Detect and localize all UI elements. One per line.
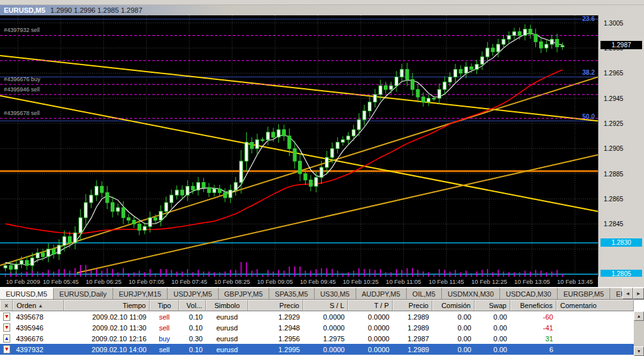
column-header-comision[interactable]: Comisión [432,300,475,311]
chart-titlebar: EURUSD,M5 1.2990 1.2996 1.2985 1.2987 [0,5,644,15]
buy-order-icon [0,334,13,343]
order-line-label: #4395946 sell [4,86,40,93]
time-tick-label: 10 Feb 07:45 [166,278,212,285]
chart-tab-audjpy-m5[interactable]: AUDJPY,M5 [356,288,407,299]
cell-precio: 1.2995 [248,346,303,353]
column-header-comentario[interactable]: Comentario [556,300,634,311]
cell-precio2: 1.2989 [393,324,432,332]
cell-swap: 0.00 [475,346,510,353]
cell-comision: 0.00 [432,335,475,343]
sell-order-icon [0,345,13,353]
time-tick-label: 10 Feb 10:25 [338,278,384,285]
scroll-up-icon[interactable]: ▲ [634,311,644,321]
scroll-down-icon[interactable]: ▼ [634,346,644,356]
time-tick-label: 10 Feb 08:25 [209,278,255,285]
tab-scroll-right-icon[interactable]: ► [633,288,644,299]
chart-tab-eurusd-m5[interactable]: EURUSD,M5 [0,288,54,299]
chart-body: #4397932 sell#4396676 buy#4395946 sell#4… [0,15,644,277]
order-row-4395678[interactable]: 43956782009.02.10 11:09sell0.10eurusd1.2… [0,311,634,322]
time-tick-label: 10 Feb 12:25 [466,278,512,285]
cell-tiempo: 2009.02.10 11:30 [64,324,150,332]
cell-simbolo: eurusd [206,313,248,321]
cell-tp: 0.0000 [348,346,393,353]
column-header-tp[interactable]: T / P [348,300,393,311]
cell-tipo: sell [150,313,179,321]
time-tick-label: 10 Feb 07:05 [123,278,169,285]
column-header-tipo[interactable]: Tipo [150,300,179,311]
column-header-precio2[interactable]: Precio [393,300,432,311]
time-tick-label: 10 Feb 13:05 [509,278,555,285]
cell-tp: 0.0000 [348,313,393,321]
sort-arrow-icon: ▲ [38,303,43,309]
cell-precio2: 1.2989 [393,346,432,353]
order-line-label: #4397932 sell [4,27,40,33]
cell-simbolo: eurusd [206,335,248,343]
chart-tab-usdmxn-m30[interactable]: USDMXN,M30 [442,288,500,299]
cell-precio2: 1.2989 [393,313,432,321]
order-row-4397932[interactable]: 43979322009.02.10 14:00sell0.10eurusd1.2… [0,344,634,355]
chart-tab-eurgbp-m5[interactable]: EURGBP,M5 [558,288,610,299]
chart-tab-usdcad-m30[interactable]: USDCAD,M30 [500,288,558,299]
column-header-tiempo[interactable]: Tiempo [64,300,150,311]
column-header-precio[interactable]: Precio [248,300,303,311]
price-tick-label: 1.2905 [604,145,624,152]
chart-tab-eurusd-daily[interactable]: EURUSD,Daily [54,288,113,299]
column-header-beneficios[interactable]: Beneficios [510,300,556,311]
order-row-4395946[interactable]: 43959462009.02.10 11:30sell0.10eurusd1.2… [0,322,634,333]
cell-orden: 4396676 [13,335,64,343]
chart-tab-usdjpy-m5[interactable]: USDJPY,M5 [168,288,218,299]
time-tick-label: 10 Feb 06:25 [81,278,127,285]
cell-vol: 0.30 [179,335,206,343]
price-tick-label: 1.3005 [604,20,624,27]
cell-tp: 0.0000 [348,335,393,343]
chart-tab-spa35-m5[interactable]: SPA35,M5 [269,288,315,299]
cell-vol: 0.10 [179,346,206,353]
time-tick-label: 10 Feb 09:05 [252,278,298,285]
price-axis[interactable]: 1.30051.29851.29651.29451.29251.29051.28… [598,15,644,277]
column-header-vol[interactable]: Vol... [179,300,206,311]
cell-tiempo: 2009.02.10 12:16 [64,335,150,343]
price-tick-label: 1.2865 [604,196,624,203]
price-chart[interactable]: #4397932 sell#4396676 buy#4395946 sell#4… [0,15,598,277]
column-header-simbolo[interactable]: Simbolo [206,300,248,311]
chart-tab-bar: EURUSD,M5EURUSD,DailyEURJPY,M15USDJPY,M5… [0,287,644,300]
order-line-label: #4396676 buy [4,76,40,82]
cell-comision: 0.00 [432,313,475,321]
time-axis[interactable]: 10 Feb 13:4510 Feb 13:0510 Feb 12:2510 F… [0,277,644,287]
chart-tab-gbpjpy-m5[interactable]: GBPJPY,M5 [219,288,269,299]
chart-tab-oil-m5[interactable]: OIL,M5 [407,288,442,299]
cell-tipo: sell [150,324,179,332]
fibonacci-level-label: 23.6 [583,15,595,22]
cell-beneficios: -41 [510,324,556,332]
cell-tipo: buy [150,335,179,343]
cell-tp: 0.0000 [348,324,393,332]
column-header-swap[interactable]: Swap [475,300,510,311]
order-row-4396676[interactable]: 43966762009.02.10 12:16buy0.30eurusd1.29… [0,333,634,344]
tab-scroll-left-icon[interactable]: ◄ [622,288,633,299]
cell-beneficios: -60 [510,313,556,321]
chart-tab-eurjpy-m15[interactable]: EURJPY,M15 [113,288,168,299]
cell-orden: 4395946 [13,324,64,332]
candlestick-canvas [0,15,598,277]
tab-scroll-arrows: ◄► [622,288,644,299]
column-header-sl[interactable]: S / L [303,300,348,311]
cell-simbolo: eurusd [206,346,248,353]
cell-sl: 0.0000 [303,346,348,353]
orders-close-icon[interactable]: × [0,300,13,311]
current-price-badge: 1.2987 [601,41,642,49]
time-tick-label: 10 Feb 2009 [0,278,46,285]
cell-sl: 0.0000 [303,324,348,332]
chart-ohlc-values: 1.2990 1.2996 1.2985 1.2987 [51,6,143,14]
cell-sl: 1.2975 [303,335,348,343]
orders-scrollbar[interactable]: ▲ ▼ [634,311,644,356]
column-header-orden[interactable]: Orden▲ [13,300,64,311]
price-tick-label: 1.2965 [604,70,624,77]
fibonacci-level-label: 38.2 [583,69,595,76]
chart-tab-us30-m5[interactable]: US30,M5 [315,288,356,299]
chart-symbol-label: EURUSD,M5 [0,6,51,14]
cell-sl: 0.0000 [303,313,348,321]
cell-beneficios: 6 [510,346,556,353]
cell-vol: 0.10 [179,324,206,332]
sell-order-icon [0,323,13,332]
cell-swap: 0.00 [475,313,510,321]
